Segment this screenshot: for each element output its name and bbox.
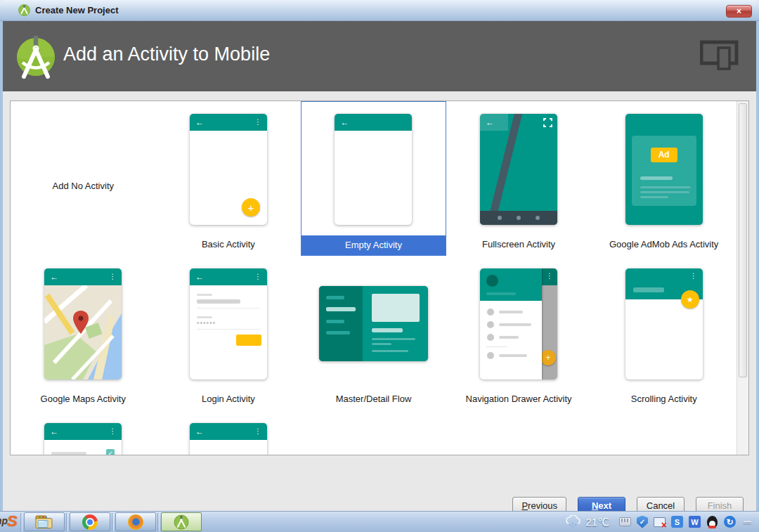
login-activity-thumbnail: ← ⋮ •••••• xyxy=(190,268,267,379)
map-graphic xyxy=(44,285,122,379)
appbar-edge: ⋮ xyxy=(542,268,557,285)
master-list-pane xyxy=(319,286,363,361)
next-button[interactable]: Next xyxy=(578,497,625,511)
dialog-body: Add an Activity to Mobile Add No Activit… xyxy=(0,21,759,511)
taskbar-separator xyxy=(112,513,114,531)
template-cell-scrolling-activity[interactable]: ⋮ ★ Scrolling Activity xyxy=(591,256,737,410)
signin-button-shape xyxy=(236,335,261,346)
back-arrow-icon: ← xyxy=(195,273,204,281)
template-label: Google Maps Activity xyxy=(41,394,126,404)
maps-activity-thumbnail: ← ⋮ xyxy=(44,268,122,379)
back-arrow-icon: ← xyxy=(480,114,508,131)
template-cell-basic-activity[interactable]: ← ⋮ + Basic Activity xyxy=(156,101,301,256)
folder-icon xyxy=(35,515,53,529)
nav-bar xyxy=(480,211,557,225)
template-cell-admob-activity[interactable]: Ad Google AdMob Ads Activity xyxy=(591,101,737,256)
android-studio-logo xyxy=(15,34,58,79)
admob-activity-thumbnail: Ad xyxy=(625,114,703,225)
back-arrow-icon: ← xyxy=(50,273,58,281)
android-studio-window-icon xyxy=(18,4,30,16)
selected-template-label: Empty Activity xyxy=(301,235,446,255)
window-title: Create New Project xyxy=(35,5,119,15)
template-label: Master/Detail Flow xyxy=(336,394,412,404)
template-label: Google AdMob Ads Activity xyxy=(609,239,718,249)
template-cell-maps-activity[interactable]: ← ⋮ xyxy=(11,256,156,410)
template-cell-nav-drawer[interactable]: ⋮ + xyxy=(446,256,592,410)
scrolling-activity-thumbnail: ⋮ ★ xyxy=(625,268,703,379)
template-cell-add-no-activity[interactable]: Add No Activity xyxy=(11,101,156,256)
firefox-icon xyxy=(128,514,143,530)
template-cell-partial-1[interactable]: ← ⋮ ✓ xyxy=(11,410,156,455)
template-label: Navigation Drawer Activity xyxy=(466,394,572,404)
template-cell-partial-2[interactable]: ← ⋮ xyxy=(156,410,301,455)
window-titlebar[interactable]: Create New Project × xyxy=(0,0,759,21)
fab-plus-icon: + xyxy=(540,350,556,365)
overflow-menu-icon: ⋮ xyxy=(254,119,261,126)
taskbar-item-firefox[interactable] xyxy=(115,512,156,531)
overflow-menu-icon: ⋮ xyxy=(690,273,697,280)
back-arrow-icon: ← xyxy=(195,118,204,126)
nav-drawer-thumbnail: ⋮ + xyxy=(480,268,557,379)
checkbox-icon: ✓ xyxy=(106,449,115,455)
android-studio-icon xyxy=(174,514,189,530)
appbar: ← ⋮ xyxy=(190,268,267,285)
partial-thumbnail: ← ⋮ ✓ xyxy=(44,423,122,455)
downloader-icon[interactable]: ↻ xyxy=(724,516,736,528)
avatar xyxy=(486,275,498,287)
network-error-icon[interactable]: × xyxy=(654,516,666,528)
keyboard-tray-icon[interactable] xyxy=(619,516,631,528)
master-detail-thumbnail xyxy=(319,286,428,361)
template-cell-fullscreen-activity[interactable]: ← Fullscreen Activity xyxy=(446,101,592,256)
taskbar-item-android-studio[interactable] xyxy=(161,512,202,531)
taskbar-item-file-explorer[interactable] xyxy=(24,512,65,531)
basic-activity-thumbnail: ← ⋮ + xyxy=(190,114,267,225)
taskbar-item-chrome[interactable] xyxy=(70,512,110,531)
template-label: Fullscreen Activity xyxy=(482,239,555,249)
close-button[interactable]: × xyxy=(726,5,752,18)
remove-hardware-icon[interactable]: ⎓ xyxy=(741,516,753,528)
template-cell-login-activity[interactable]: ← ⋮ •••••• Login Activity xyxy=(156,256,301,410)
scrollbar-thumb[interactable] xyxy=(739,103,747,377)
appbar: ← xyxy=(335,114,412,131)
input-method-icon[interactable]: S xyxy=(671,516,683,528)
ad-card: Ad xyxy=(632,136,696,206)
taskbar-separator xyxy=(66,513,68,531)
qq-icon[interactable] xyxy=(706,516,718,528)
system-tray: 21℃ ✓ × S W ↻ ⎓ xyxy=(564,515,759,528)
mobile-device-icon xyxy=(700,39,741,72)
back-arrow-icon: ← xyxy=(340,118,349,126)
appbar: ← ⋮ xyxy=(190,423,267,440)
partial-app-icon-flame: S xyxy=(7,512,18,531)
appbar: ← ⋮ xyxy=(44,423,122,440)
template-grid: Add No Activity ← ⋮ + Basic Activity xyxy=(11,101,737,455)
template-label: Login Activity xyxy=(202,394,255,404)
drawer-panel xyxy=(480,268,542,379)
chrome-icon xyxy=(82,514,98,530)
word-icon[interactable]: W xyxy=(689,516,701,528)
finish-button[interactable]: Finish xyxy=(696,497,744,511)
weather-temperature: 21℃ xyxy=(585,516,609,528)
overflow-menu-icon: ⋮ xyxy=(109,428,116,435)
keyboard-icon xyxy=(619,517,631,526)
detail-pane xyxy=(363,286,428,361)
wizard-buttons: Previous Next Cancel Finish xyxy=(512,497,744,511)
template-cell-master-detail[interactable]: Master/Detail Flow xyxy=(301,256,446,410)
security-shield-icon[interactable]: ✓ xyxy=(637,516,648,528)
template-cell-empty-activity[interactable]: ← Empty Activity xyxy=(301,101,446,256)
back-arrow-icon: ← xyxy=(50,427,58,436)
page-title: Add an Activity to Mobile xyxy=(63,44,270,65)
template-label: Add No Activity xyxy=(53,181,114,191)
empty-activity-thumbnail: ← xyxy=(335,114,412,225)
fullscreen-icon xyxy=(543,118,552,127)
back-arrow-icon: ← xyxy=(195,427,204,436)
vertical-scrollbar[interactable] xyxy=(737,101,748,455)
appbar: ← ⋮ xyxy=(44,268,122,285)
taskbar: hp S xyxy=(0,511,759,532)
drawer-header xyxy=(480,268,542,301)
previous-button[interactable]: Previous xyxy=(512,497,566,511)
cancel-button[interactable]: Cancel xyxy=(637,497,685,511)
template-gallery: Add No Activity ← ⋮ + Basic Activity xyxy=(10,100,749,455)
weather-widget[interactable]: 21℃ xyxy=(564,515,609,528)
appbar: ← ⋮ xyxy=(190,114,267,131)
taskbar-item-partial[interactable]: hp S xyxy=(0,512,19,532)
